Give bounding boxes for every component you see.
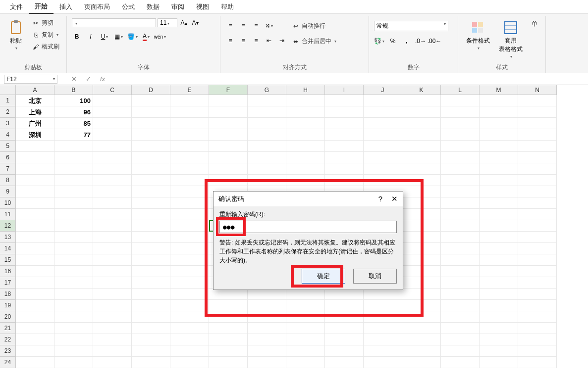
cell[interactable] <box>248 345 286 357</box>
cell[interactable] <box>364 300 402 311</box>
cell[interactable] <box>441 289 480 300</box>
cell[interactable] <box>248 300 286 311</box>
column-header[interactable]: A <box>16 85 54 95</box>
cell[interactable] <box>325 357 364 368</box>
cell[interactable] <box>480 95 518 106</box>
cell[interactable] <box>402 118 441 129</box>
cell[interactable] <box>16 232 54 243</box>
cell[interactable] <box>248 106 286 118</box>
cell[interactable]: 深圳 <box>16 129 54 141</box>
cell[interactable] <box>16 175 54 186</box>
cell[interactable] <box>54 186 93 197</box>
cell[interactable] <box>54 311 93 323</box>
italic-button[interactable]: I <box>86 32 96 42</box>
cell[interactable] <box>16 220 54 232</box>
cell[interactable] <box>518 95 557 106</box>
row-header[interactable]: 7 <box>0 163 16 175</box>
cell[interactable] <box>54 220 93 232</box>
cell[interactable] <box>54 209 93 220</box>
cell[interactable] <box>518 323 557 334</box>
fx-icon[interactable]: fx <box>98 75 107 83</box>
cell[interactable] <box>402 334 441 345</box>
wrap-text-button[interactable]: ↩ 自动换行 <box>290 21 338 31</box>
phonetic-button[interactable]: wén▾ <box>155 32 165 42</box>
row-header[interactable]: 1 <box>0 95 16 106</box>
cell[interactable] <box>364 357 402 368</box>
align-bottom-icon[interactable]: ≡ <box>251 21 261 31</box>
cancel-button[interactable]: 取消 <box>353 269 397 284</box>
cell[interactable] <box>16 186 54 197</box>
cell[interactable] <box>480 106 518 118</box>
cell[interactable] <box>441 345 480 357</box>
password-input[interactable] <box>219 221 397 233</box>
align-right-icon[interactable]: ≡ <box>251 36 261 46</box>
ok-button[interactable]: 确定 <box>302 269 345 284</box>
cell[interactable] <box>518 141 557 152</box>
cell[interactable] <box>209 334 248 345</box>
cell[interactable] <box>402 186 441 197</box>
cell[interactable] <box>441 220 480 232</box>
cell[interactable] <box>518 300 557 311</box>
cell[interactable] <box>209 106 248 118</box>
cell[interactable] <box>248 357 286 368</box>
cell[interactable] <box>93 209 132 220</box>
cell[interactable] <box>93 163 132 175</box>
cell[interactable] <box>132 163 170 175</box>
cell[interactable] <box>54 141 93 152</box>
cell[interactable] <box>93 357 132 368</box>
cell[interactable] <box>132 186 170 197</box>
cell[interactable] <box>480 334 518 345</box>
cell[interactable] <box>16 357 54 368</box>
cell[interactable] <box>441 106 480 118</box>
cell[interactable] <box>518 243 557 254</box>
comma-icon[interactable]: , <box>402 36 412 46</box>
cell[interactable] <box>132 152 170 163</box>
cell[interactable] <box>402 243 441 254</box>
indent-increase-icon[interactable]: ⇥ <box>277 36 287 46</box>
menu-item-3[interactable]: 页面布局 <box>78 0 116 13</box>
copy-button[interactable]: ⎘ 复制 ▾ <box>30 30 61 40</box>
row-header[interactable]: 3 <box>0 118 16 129</box>
cell[interactable] <box>441 357 480 368</box>
row-header[interactable]: 23 <box>0 345 16 357</box>
cut-button[interactable]: ✂ 剪切 <box>30 18 61 28</box>
cell[interactable]: 广州 <box>16 118 54 129</box>
column-header[interactable]: I <box>325 85 364 95</box>
cell[interactable] <box>480 141 518 152</box>
cell[interactable] <box>441 197 480 209</box>
menu-item-8[interactable]: 帮助 <box>215 0 240 13</box>
cell[interactable] <box>16 209 54 220</box>
cell[interactable] <box>209 163 248 175</box>
format-painter-button[interactable]: 🖌 格式刷 <box>30 42 61 52</box>
cell[interactable] <box>364 152 402 163</box>
cell[interactable] <box>480 118 518 129</box>
column-header[interactable]: N <box>518 85 557 95</box>
cell[interactable] <box>286 95 325 106</box>
cell[interactable] <box>364 163 402 175</box>
cell[interactable] <box>132 345 170 357</box>
cell[interactable] <box>286 163 325 175</box>
cell[interactable] <box>132 95 170 106</box>
number-format-select[interactable]: 常规▾ <box>374 21 448 31</box>
cell[interactable] <box>209 152 248 163</box>
cell[interactable] <box>325 106 364 118</box>
cell[interactable] <box>16 334 54 345</box>
align-center-icon[interactable]: ≡ <box>238 36 248 46</box>
menu-item-4[interactable]: 公式 <box>116 0 141 13</box>
column-header[interactable]: K <box>402 85 441 95</box>
cell[interactable] <box>93 220 132 232</box>
cell[interactable] <box>286 152 325 163</box>
cell[interactable] <box>16 323 54 334</box>
cell[interactable] <box>93 277 132 289</box>
cell[interactable] <box>364 311 402 323</box>
cell[interactable] <box>93 186 132 197</box>
cell[interactable] <box>480 323 518 334</box>
cell[interactable] <box>518 277 557 289</box>
conditional-format-button[interactable]: 条件格式 ▾ <box>463 18 493 52</box>
cell[interactable] <box>170 209 209 220</box>
cell[interactable] <box>132 175 170 186</box>
cell[interactable] <box>170 289 209 300</box>
align-left-icon[interactable]: ≡ <box>225 36 235 46</box>
cell[interactable] <box>480 163 518 175</box>
cell[interactable] <box>364 334 402 345</box>
